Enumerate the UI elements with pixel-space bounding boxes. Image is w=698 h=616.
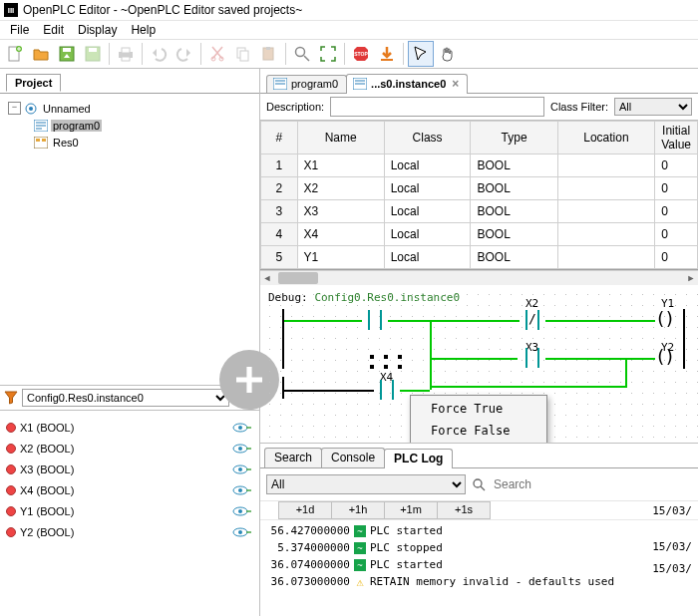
- menu-help[interactable]: Help: [125, 21, 162, 39]
- paste-button[interactable]: [257, 42, 281, 66]
- editor-panel: program0 ...s0.instance0 × Description: …: [260, 69, 698, 616]
- instance-select[interactable]: Config0.Res0.instance0: [22, 389, 229, 407]
- table-row[interactable]: 2X2LocalBOOL0: [261, 177, 698, 200]
- fullscreen-button[interactable]: [316, 42, 340, 66]
- log-message: RETAIN memory invalid - defaults used: [370, 575, 614, 588]
- svg-point-29: [238, 447, 242, 451]
- menu-force-true[interactable]: Force True: [413, 398, 544, 420]
- svg-point-15: [296, 48, 305, 57]
- contact-x1[interactable]: [360, 310, 390, 330]
- download-button[interactable]: [375, 42, 399, 66]
- class-filter-select[interactable]: All: [614, 98, 692, 116]
- undo-button[interactable]: [147, 42, 171, 66]
- tab-close-icon[interactable]: ×: [452, 77, 459, 91]
- scroll-right-icon[interactable]: ►: [684, 271, 698, 285]
- watch-icon[interactable]: [231, 525, 253, 539]
- variable-row[interactable]: X4 (BOOL): [4, 479, 255, 500]
- tree-program[interactable]: program0: [51, 120, 102, 132]
- tab-plclog[interactable]: PLC Log: [384, 449, 453, 468]
- redo-button[interactable]: [173, 42, 196, 66]
- scroll-thumb[interactable]: [278, 272, 318, 284]
- variable-label: X3 (BOOL): [20, 463, 74, 475]
- save-button[interactable]: [55, 42, 79, 66]
- col-name[interactable]: Name: [297, 122, 384, 154]
- add-big[interactable]: [0, 335, 259, 385]
- time-1d[interactable]: +1d: [278, 501, 332, 519]
- folder-open-icon: [32, 45, 50, 63]
- new-button[interactable]: [3, 42, 27, 66]
- log-date: 15/03/: [652, 504, 692, 517]
- menu-file[interactable]: File: [4, 21, 35, 39]
- search-icon: [472, 477, 486, 491]
- save-as-button[interactable]: [81, 42, 105, 66]
- time-1h[interactable]: +1h: [331, 501, 385, 519]
- project-tree[interactable]: − Unnamed program0 Res0: [0, 94, 259, 335]
- table-row[interactable]: 5Y1LocalBOOL0: [261, 246, 698, 269]
- variable-row[interactable]: X2 (BOOL): [4, 438, 255, 459]
- table-row[interactable]: 1X1LocalBOOL0: [261, 154, 698, 177]
- watch-icon[interactable]: [231, 442, 253, 456]
- tab-search[interactable]: Search: [264, 448, 322, 467]
- contact-x2[interactable]: /: [518, 310, 547, 330]
- tree-root[interactable]: Unnamed: [41, 103, 93, 115]
- col-type[interactable]: Type: [471, 122, 557, 154]
- tree-resource[interactable]: Res0: [51, 137, 81, 149]
- project-tab[interactable]: Project: [6, 74, 61, 92]
- open-button[interactable]: [29, 42, 53, 66]
- menu-edit[interactable]: Edit: [37, 21, 70, 39]
- time-1m[interactable]: +1m: [384, 501, 438, 519]
- col-location[interactable]: Location: [557, 122, 655, 154]
- menu-display[interactable]: Display: [72, 21, 123, 39]
- watch-icon[interactable]: [231, 462, 253, 476]
- print-icon: [117, 45, 135, 63]
- bullet-icon: [6, 506, 16, 516]
- col-num[interactable]: #: [261, 122, 298, 154]
- left-rail-1: [282, 309, 284, 369]
- table-row[interactable]: 4X4LocalBOOL0: [261, 223, 698, 246]
- menu-release-value[interactable]: Release value: [413, 442, 544, 443]
- scroll-left-icon[interactable]: ◄: [260, 271, 274, 285]
- tab-console[interactable]: Console: [321, 448, 385, 467]
- variable-row[interactable]: Y1 (BOOL): [4, 500, 255, 521]
- select-button[interactable]: [408, 41, 434, 67]
- svg-rect-21: [34, 137, 48, 149]
- wire: [545, 320, 655, 322]
- ok-icon: ~: [354, 559, 366, 571]
- variable-grid[interactable]: # Name Class Type Location Initial Value…: [260, 121, 698, 270]
- contact-x4[interactable]: [372, 380, 402, 400]
- svg-rect-7: [122, 48, 130, 53]
- tab-instance[interactable]: ...s0.instance0 ×: [346, 74, 468, 94]
- col-init[interactable]: Initial Value: [655, 122, 698, 154]
- contact-x3[interactable]: [518, 348, 547, 368]
- paste-icon: [260, 45, 278, 63]
- print-button[interactable]: [114, 42, 138, 66]
- menu-force-false[interactable]: Force False: [413, 420, 544, 442]
- time-1s[interactable]: +1s: [437, 501, 491, 519]
- cut-button[interactable]: [205, 42, 229, 66]
- stop-button[interactable]: STOP: [349, 42, 373, 66]
- watch-icon[interactable]: [231, 421, 253, 435]
- tree-collapse-root[interactable]: −: [8, 102, 21, 115]
- table-row[interactable]: 3X3LocalBOOL0: [261, 200, 698, 223]
- description-input[interactable]: [330, 97, 544, 117]
- ladder-canvas[interactable]: Debug: Config0.Res0.instance0 X2 / Y1 X3: [260, 285, 698, 443]
- watch-icon[interactable]: [231, 483, 253, 497]
- coil-y1[interactable]: [655, 308, 675, 328]
- variable-row[interactable]: Y2 (BOOL): [4, 521, 255, 542]
- col-class[interactable]: Class: [384, 122, 471, 154]
- pan-button[interactable]: [436, 42, 460, 66]
- tab-program0[interactable]: program0: [266, 75, 347, 93]
- window-title: OpenPLC Editor - ~OpenPLC Editor saved p…: [23, 3, 302, 17]
- variable-row[interactable]: X3 (BOOL): [4, 459, 255, 479]
- grid-scrollbar[interactable]: ◄ ►: [260, 270, 698, 285]
- variable-row[interactable]: X1 (BOOL): [4, 417, 255, 438]
- bullet-icon: [6, 444, 16, 454]
- find-button[interactable]: [290, 42, 314, 66]
- copy-button[interactable]: [231, 42, 255, 66]
- log-filter-select[interactable]: All: [266, 474, 466, 494]
- log-body[interactable]: 15/03/ 15/03/ 56.427000000~PLC started5.…: [260, 520, 698, 616]
- coil-y2[interactable]: [655, 346, 675, 366]
- log-search-input[interactable]: [492, 476, 692, 492]
- watch-icon[interactable]: [231, 504, 253, 518]
- log-date-side: 15/03/: [652, 562, 692, 575]
